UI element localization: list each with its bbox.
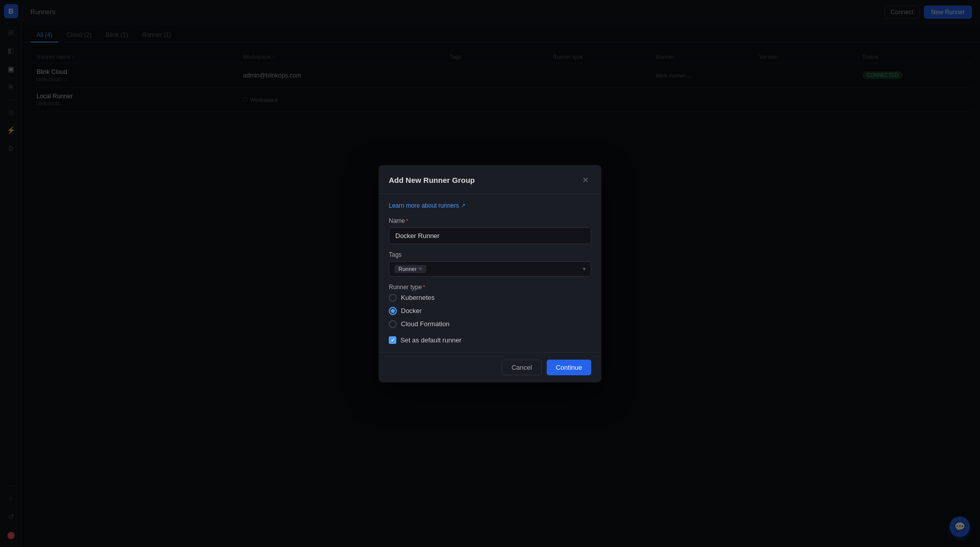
tags-field-group: Tags Runner × ▾ bbox=[389, 251, 591, 277]
continue-button[interactable]: Continue bbox=[547, 360, 591, 375]
tags-input[interactable]: Runner × ▾ bbox=[389, 261, 591, 277]
tag-chip: Runner × bbox=[394, 265, 426, 273]
name-label: Name * bbox=[389, 217, 591, 224]
runner-type-group: Runner type * Kubernetes Docker bbox=[389, 284, 591, 328]
radio-kubernetes[interactable]: Kubernetes bbox=[389, 294, 591, 302]
name-input[interactable] bbox=[389, 227, 591, 244]
tag-remove-button[interactable]: × bbox=[419, 266, 422, 272]
radio-docker-label: Docker bbox=[401, 307, 422, 315]
name-field-group: Name * bbox=[389, 217, 591, 244]
default-runner-checkbox[interactable] bbox=[389, 336, 396, 344]
close-button[interactable]: ✕ bbox=[579, 174, 591, 186]
tags-label: Tags bbox=[389, 251, 591, 258]
modal-body: Learn more about runners ↗ Name * Tags R… bbox=[379, 194, 601, 352]
radio-cloudformation[interactable]: Cloud Formation bbox=[389, 320, 591, 328]
external-link-icon: ↗ bbox=[461, 203, 465, 208]
default-runner-row: Set as default runner bbox=[389, 336, 591, 344]
runner-type-label: Runner type * bbox=[389, 284, 591, 291]
cancel-button[interactable]: Cancel bbox=[502, 360, 541, 375]
modal-overlay: Add New Runner Group ✕ Learn more about … bbox=[0, 0, 980, 547]
runner-type-options: Kubernetes Docker Cloud Formation bbox=[389, 294, 591, 328]
add-runner-modal: Add New Runner Group ✕ Learn more about … bbox=[379, 165, 601, 382]
radio-cloudformation-indicator bbox=[389, 320, 397, 328]
modal-title: Add New Runner Group bbox=[389, 176, 475, 184]
required-indicator-2: * bbox=[423, 284, 425, 290]
radio-kubernetes-label: Kubernetes bbox=[401, 294, 435, 301]
chevron-down-icon: ▾ bbox=[583, 265, 586, 272]
radio-docker-indicator bbox=[389, 307, 397, 315]
default-runner-label: Set as default runner bbox=[400, 336, 462, 344]
radio-cloudformation-label: Cloud Formation bbox=[401, 320, 450, 328]
modal-header: Add New Runner Group ✕ bbox=[379, 165, 601, 194]
required-indicator: * bbox=[406, 218, 408, 224]
modal-footer: Cancel Continue bbox=[379, 352, 601, 382]
radio-docker[interactable]: Docker bbox=[389, 307, 591, 315]
radio-kubernetes-indicator bbox=[389, 294, 397, 302]
learn-more-link[interactable]: Learn more about runners ↗ bbox=[389, 202, 591, 209]
